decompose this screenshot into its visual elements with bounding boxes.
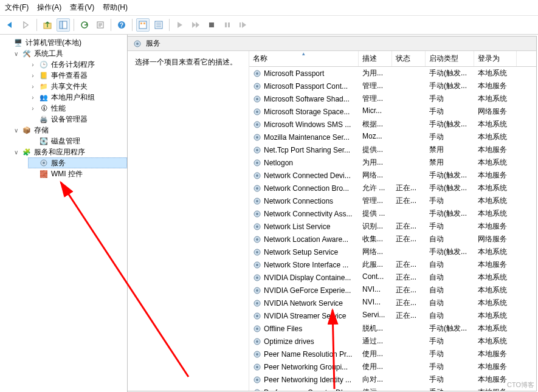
refresh-button[interactable] bbox=[78, 18, 91, 32]
show-hide-tree-button[interactable] bbox=[57, 18, 70, 32]
tree-label: 磁盘管理 bbox=[51, 136, 80, 146]
tree-local-users[interactable]: › 👥 本地用户和组 bbox=[28, 92, 127, 103]
expand-icon[interactable]: › bbox=[29, 83, 36, 90]
tree-services[interactable]: 服务 bbox=[28, 157, 127, 168]
menu-help[interactable]: 帮助(H) bbox=[103, 2, 128, 13]
service-status bbox=[392, 335, 426, 348]
service-row[interactable]: Network List Service识别...正在...手动本地服务 bbox=[249, 220, 536, 233]
services-apps-icon: 🧩 bbox=[22, 147, 32, 157]
service-row[interactable]: Net.Tcp Port Sharing Ser...提供...禁用本地服务 bbox=[249, 143, 536, 156]
tree-shared-folders[interactable]: › 📁 共享文件夹 bbox=[28, 81, 127, 92]
service-logon: 本地系统 bbox=[474, 118, 517, 131]
expand-icon[interactable]: ∨ bbox=[12, 127, 19, 134]
menu-action[interactable]: 操作(A) bbox=[37, 2, 61, 13]
tree-label: 存储 bbox=[34, 125, 49, 136]
column-header-desc[interactable]: 描述 bbox=[359, 51, 392, 66]
tree-services-apps[interactable]: ∨ 🧩 服务和应用程序 bbox=[11, 146, 127, 157]
help-button[interactable]: ? bbox=[115, 18, 128, 32]
view-large-icons-button[interactable] bbox=[136, 18, 150, 32]
svg-point-20 bbox=[256, 72, 258, 75]
play-all-button[interactable] bbox=[189, 18, 202, 32]
gear-icon bbox=[253, 184, 261, 193]
service-row[interactable]: Microsoft Passport Cont...管理...手动(触发...本… bbox=[249, 80, 536, 92]
tree-task-scheduler[interactable]: › 🕒 任务计划程序 bbox=[28, 59, 127, 70]
column-header-logon[interactable]: 登录为 bbox=[474, 51, 517, 66]
expand-icon[interactable]: › bbox=[29, 105, 36, 112]
service-row[interactable]: Network Store Interface ...此服...正在...自动本… bbox=[249, 258, 536, 271]
expand-icon[interactable]: › bbox=[29, 94, 36, 101]
service-row[interactable]: Network Connected Devi...网络...手动(触发...本地… bbox=[249, 169, 536, 182]
service-name: Microsoft Software Shad... bbox=[264, 95, 350, 103]
service-startup: 禁用 bbox=[426, 143, 474, 156]
services-list[interactable]: Microsoft Passport为用...手动(触发...本地系统Micro… bbox=[249, 67, 536, 391]
service-row[interactable]: Optimize drives通过...手动本地系统 bbox=[249, 335, 536, 348]
menu-view[interactable]: 查看(V) bbox=[70, 2, 94, 13]
tree-storage[interactable]: ∨ 📦 存储 bbox=[11, 125, 127, 136]
service-desc: 网络... bbox=[359, 169, 392, 182]
service-row[interactable]: Performance Counter DL...使远...手动本地服务 bbox=[249, 386, 536, 391]
pause-button[interactable] bbox=[221, 18, 234, 32]
expand-icon[interactable]: ∨ bbox=[12, 149, 19, 156]
service-row[interactable]: Netlogon为用...禁用本地系统 bbox=[249, 156, 536, 169]
service-logon: 本地系统 bbox=[474, 297, 517, 309]
service-row[interactable]: Mozilla Maintenance Ser...Moz...手动本地系统 bbox=[249, 131, 536, 143]
service-row[interactable]: Peer Name Resolution Pr...使用...手动本地服务 bbox=[249, 348, 536, 360]
service-row[interactable]: Network Connections管理...正在...手动本地系统 bbox=[249, 194, 536, 207]
service-name: NVIDIA GeForce Experie... bbox=[264, 286, 351, 295]
expand-icon[interactable]: › bbox=[29, 61, 36, 68]
svg-rect-11 bbox=[209, 22, 214, 27]
gear-icon bbox=[253, 388, 261, 391]
svg-point-58 bbox=[256, 315, 258, 317]
nav-forward-button[interactable] bbox=[19, 18, 33, 32]
service-name: Network Location Aware... bbox=[264, 235, 348, 244]
service-status bbox=[392, 131, 426, 143]
service-desc: 提供 ... bbox=[359, 207, 392, 220]
tree-performance[interactable]: › 🛈 性能 bbox=[28, 103, 127, 114]
service-row[interactable]: Offline Files脱机...手动(触发...本地系统 bbox=[249, 322, 536, 335]
console-tree[interactable]: 🖥️ 计算机管理(本地) ∨ 🛠️ 系统工具 › 🕒 任务计划程序 › 📒 事件… bbox=[0, 35, 128, 392]
svg-point-22 bbox=[256, 85, 258, 88]
restart-button[interactable] bbox=[236, 18, 250, 32]
tree-root[interactable]: 🖥️ 计算机管理(本地) bbox=[2, 37, 127, 48]
column-header-status[interactable]: 状态 bbox=[392, 51, 426, 66]
service-row[interactable]: Microsoft Software Shad...管理...手动本地系统 bbox=[249, 92, 536, 105]
service-logon: 网络服务 bbox=[474, 105, 517, 118]
service-row[interactable]: Network Connectivity Ass...提供 ...手动(触发..… bbox=[249, 207, 536, 220]
service-row[interactable]: NVIDIA Display Containe...Cont...正在...自动… bbox=[249, 271, 536, 284]
tree-event-viewer[interactable]: › 📒 事件查看器 bbox=[28, 70, 127, 81]
service-row[interactable]: NVIDIA GeForce Experie...NVI...正在...自动本地… bbox=[249, 284, 536, 297]
up-level-button[interactable] bbox=[41, 18, 54, 32]
play-button[interactable] bbox=[173, 18, 187, 32]
service-row[interactable]: NVIDIA Network ServiceNVI...正在...自动本地系统 bbox=[249, 297, 536, 309]
expand-icon[interactable]: ∨ bbox=[12, 50, 19, 57]
gear-icon bbox=[253, 235, 261, 244]
service-name: Microsoft Storage Space... bbox=[264, 108, 350, 116]
service-row[interactable]: Microsoft Windows SMS ...根据...手动(触发...本地… bbox=[249, 118, 536, 131]
column-header-name[interactable]: ▴ 名称 bbox=[249, 51, 359, 66]
service-row[interactable]: Peer Networking Identity ...向对...手动本地服务 bbox=[249, 373, 536, 386]
service-row[interactable]: Microsoft Storage Space...Micr...手动网络服务 bbox=[249, 105, 536, 118]
gear-icon bbox=[253, 337, 261, 346]
service-name: Network Connected Devi... bbox=[264, 171, 351, 180]
nav-back-button[interactable] bbox=[4, 18, 17, 32]
service-desc: 管理... bbox=[359, 194, 392, 207]
toolbar: ? bbox=[0, 16, 538, 35]
service-row[interactable]: Network Location Aware...收集...正在...自动网络服… bbox=[249, 233, 536, 246]
menu-file[interactable]: 文件(F) bbox=[5, 2, 29, 13]
tree-wmi[interactable]: 🧱 WMI 控件 bbox=[28, 168, 127, 179]
export-list-button[interactable] bbox=[94, 18, 107, 32]
tree-system-tools[interactable]: ∨ 🛠️ 系统工具 bbox=[11, 48, 127, 59]
tree-device-manager[interactable]: 🖨️ 设备管理器 bbox=[28, 114, 127, 125]
service-row[interactable]: Network Connection Bro...允许 ...正在...手动(触… bbox=[249, 182, 536, 194]
service-row[interactable]: Network Setup Service网络...手动(触发...本地系统 bbox=[249, 246, 536, 258]
service-name: NVIDIA Network Service bbox=[264, 299, 343, 308]
service-row[interactable]: Microsoft Passport为用...手动(触发...本地系统 bbox=[249, 67, 536, 80]
column-header-startup[interactable]: 启动类型 bbox=[426, 51, 474, 66]
tree-disk-mgmt[interactable]: 💽 磁盘管理 bbox=[28, 136, 127, 146]
service-row[interactable]: NVIDIA Streamer ServiceServi...正在...自动本地… bbox=[249, 309, 536, 322]
stop-button[interactable] bbox=[205, 18, 218, 32]
view-details-button[interactable] bbox=[152, 18, 165, 32]
service-name: Network Connection Bro... bbox=[264, 184, 349, 193]
expand-icon[interactable]: › bbox=[29, 72, 36, 79]
service-row[interactable]: Peer Networking Groupi...使用...手动本地服务 bbox=[249, 360, 536, 373]
